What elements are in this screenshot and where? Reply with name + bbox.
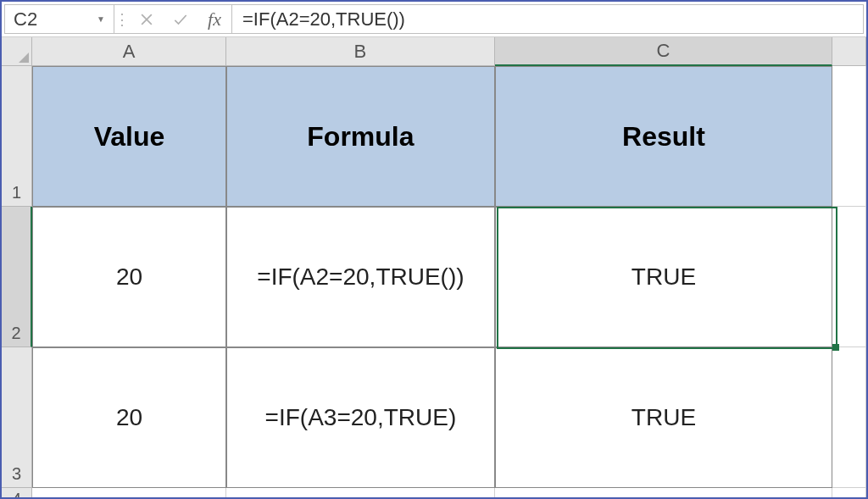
cell-A3[interactable]: 20 [32, 347, 226, 488]
table-row [32, 488, 866, 499]
cell-C2[interactable]: TRUE [495, 207, 832, 347]
column-header-extra[interactable] [832, 37, 866, 66]
name-box-value: C2 [14, 8, 37, 30]
row-header-3[interactable]: 3 [2, 347, 32, 488]
fx-icon[interactable]: fx [198, 4, 231, 34]
cell-D3[interactable] [832, 347, 866, 488]
spreadsheet-grid: A B C 1 2 3 4 Value Formula Result 20 =I… [2, 37, 866, 497]
chevron-down-icon[interactable]: ▼ [97, 14, 105, 24]
column-headers: A B C [32, 37, 866, 66]
column-header-C[interactable]: C [495, 37, 832, 66]
formula-bar-divider: ⋮ [114, 4, 130, 34]
cell-C1[interactable]: Result [495, 66, 832, 207]
row-header-2[interactable]: 2 [2, 207, 32, 347]
cell-B2[interactable]: =IF(A2=20,TRUE()) [226, 207, 495, 347]
cell-A2[interactable]: 20 [32, 207, 226, 347]
cell-A4[interactable] [32, 488, 226, 499]
select-all-corner[interactable] [2, 37, 32, 66]
cell-A1[interactable]: Value [32, 66, 226, 207]
cell-B4[interactable] [226, 488, 495, 499]
row-header-4[interactable]: 4 [2, 488, 32, 499]
formula-bar: C2 ▼ ⋮ fx =IF(A2=20,TRUE()) [2, 2, 866, 37]
cancel-icon[interactable] [130, 4, 164, 34]
cell-B1[interactable]: Formula [226, 66, 495, 207]
cell-D2[interactable] [832, 207, 866, 347]
table-row: 20 =IF(A3=20,TRUE) TRUE [32, 347, 866, 488]
cell-C4[interactable] [495, 488, 832, 499]
cell-D4[interactable] [832, 488, 866, 499]
cell-B3[interactable]: =IF(A3=20,TRUE) [226, 347, 495, 488]
column-header-A[interactable]: A [32, 37, 226, 66]
enter-icon[interactable] [164, 4, 198, 34]
formula-input-value: =IF(A2=20,TRUE()) [242, 8, 405, 30]
column-header-B[interactable]: B [226, 37, 495, 66]
formula-input[interactable]: =IF(A2=20,TRUE()) [231, 4, 864, 34]
row-header-1[interactable]: 1 [2, 66, 32, 207]
table-row: Value Formula Result [32, 66, 866, 207]
cell-C3[interactable]: TRUE [495, 347, 832, 488]
row-headers: 1 2 3 4 [2, 66, 32, 497]
table-row: 20 =IF(A2=20,TRUE()) TRUE [32, 207, 866, 347]
cell-D1[interactable] [832, 66, 866, 207]
cells-area: Value Formula Result 20 =IF(A2=20,TRUE()… [32, 66, 866, 497]
name-box[interactable]: C2 ▼ [4, 4, 114, 34]
